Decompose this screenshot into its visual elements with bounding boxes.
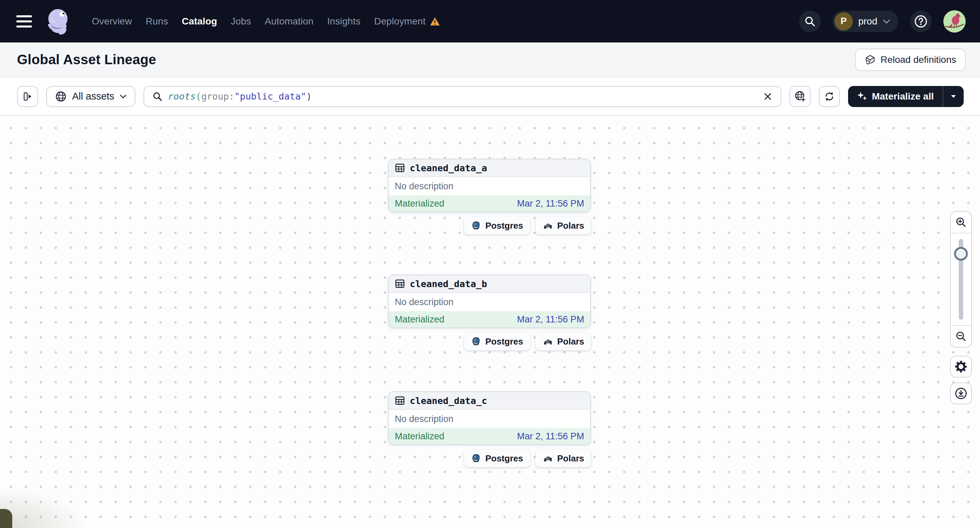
polars-icon xyxy=(542,338,553,346)
table-icon xyxy=(395,395,405,406)
search-icon xyxy=(804,16,816,27)
asset-node-status-row: Materialized Mar 2, 11:56 PM xyxy=(389,195,590,212)
open-left-panel-button[interactable] xyxy=(17,86,38,107)
asset-node-cleaned_data_a[interactable]: cleaned_data_a No description Materializ… xyxy=(388,159,591,212)
materialization-timestamp[interactable]: Mar 2, 11:56 PM xyxy=(517,314,584,325)
tag-polars[interactable]: Polars xyxy=(536,450,591,467)
asset-node-description: No description xyxy=(389,410,590,428)
asset-scope-dropdown[interactable]: All assets xyxy=(46,86,135,107)
deployment-name: prod xyxy=(858,16,877,27)
asset-group: cleaned_data_a No description Materializ… xyxy=(388,159,591,235)
materialize-all-button-group: Materialize all xyxy=(848,86,964,107)
page-title: Global Asset Lineage xyxy=(17,52,156,67)
asset-node-description: No description xyxy=(389,293,590,311)
canvas-corner-artifact xyxy=(0,509,12,528)
tag-polars[interactable]: Polars xyxy=(536,217,591,235)
asset-node-header: cleaned_data_c xyxy=(389,392,590,410)
top-nav-bar: Overview Runs Catalog Jobs Automation In… xyxy=(0,0,980,43)
deployment-warning-icon xyxy=(430,17,440,26)
refresh-icon xyxy=(824,91,835,102)
global-search-button[interactable] xyxy=(799,11,821,32)
asset-node-status-row: Materialized Mar 2, 11:56 PM xyxy=(389,311,590,328)
asset-selection-input[interactable]: roots ( group : "public_data" ) xyxy=(143,86,781,107)
nav-deployment[interactable]: Deployment xyxy=(374,16,440,27)
sparkles-icon xyxy=(857,91,867,101)
tag-postgres[interactable]: Postgres xyxy=(464,333,530,350)
nav-insights[interactable]: Insights xyxy=(327,16,360,27)
question-mark-icon xyxy=(914,14,928,28)
panel-toggle-icon xyxy=(22,91,33,101)
asset-node-header: cleaned_data_b xyxy=(389,275,590,293)
zoom-out-icon xyxy=(955,331,967,342)
menu-icon[interactable] xyxy=(16,15,32,27)
asset-node-cleaned_data_c[interactable]: cleaned_data_c No description Materializ… xyxy=(388,392,591,445)
zoom-in-icon xyxy=(955,216,967,228)
table-icon xyxy=(395,163,405,173)
nav-jobs[interactable]: Jobs xyxy=(231,16,251,27)
asset-node-description: No description xyxy=(389,177,590,195)
nav-automation[interactable]: Automation xyxy=(265,16,314,27)
postgres-icon xyxy=(471,336,481,347)
asset-tags: Postgres Polars xyxy=(388,450,591,467)
view-global-lineage-button[interactable] xyxy=(789,86,811,107)
lineage-canvas[interactable]: cleaned_data_a No description Materializ… xyxy=(0,116,980,528)
asset-node-status-row: Materialized Mar 2, 11:56 PM xyxy=(389,428,590,444)
reload-cube-icon xyxy=(865,54,876,65)
tag-postgres[interactable]: Postgres xyxy=(464,450,530,467)
status-badge: Materialized xyxy=(395,431,444,442)
asset-node-header: cleaned_data_a xyxy=(389,159,590,177)
nav-catalog[interactable]: Catalog xyxy=(181,16,217,27)
clear-search-icon[interactable] xyxy=(763,92,773,101)
zoom-in-button[interactable] xyxy=(951,212,971,233)
materialization-timestamp[interactable]: Mar 2, 11:56 PM xyxy=(517,431,584,442)
zoom-slider-thumb[interactable] xyxy=(954,247,968,261)
status-badge: Materialized xyxy=(395,314,444,325)
nav-runs[interactable]: Runs xyxy=(146,16,168,27)
deployment-initial-badge: P xyxy=(834,12,853,30)
canvas-corner-shadow xyxy=(0,480,102,528)
asset-group: cleaned_data_b No description Materializ… xyxy=(388,274,591,350)
page-header: Global Asset Lineage Reload definitions xyxy=(0,43,980,78)
postgres-icon xyxy=(471,453,481,463)
search-icon xyxy=(152,91,162,101)
lineage-settings-button[interactable] xyxy=(950,356,972,377)
download-icon xyxy=(955,387,967,400)
materialization-timestamp[interactable]: Mar 2, 11:56 PM xyxy=(517,198,584,209)
status-badge: Materialized xyxy=(395,198,444,209)
chevron-down-icon xyxy=(883,19,890,24)
refresh-button[interactable] xyxy=(819,86,840,107)
reload-definitions-button[interactable]: Reload definitions xyxy=(855,49,966,71)
tag-polars[interactable]: Polars xyxy=(536,333,591,350)
chevron-down-icon xyxy=(120,94,127,98)
gear-icon xyxy=(955,360,967,373)
asset-tags: Postgres Polars xyxy=(388,217,591,235)
user-avatar[interactable] xyxy=(943,10,966,33)
asset-group: cleaned_data_c No description Materializ… xyxy=(388,392,591,467)
tag-postgres[interactable]: Postgres xyxy=(464,217,530,235)
asset-tags: Postgres Polars xyxy=(388,333,591,350)
table-icon xyxy=(395,279,405,289)
primary-nav: Overview Runs Catalog Jobs Automation In… xyxy=(92,16,440,27)
nav-overview[interactable]: Overview xyxy=(92,16,132,27)
globe-icon xyxy=(55,91,67,102)
polars-icon xyxy=(542,454,553,462)
zoom-control-panel xyxy=(950,211,972,347)
lineage-toolbar: All assets roots ( group : "public_data"… xyxy=(0,78,980,116)
help-button[interactable] xyxy=(910,11,932,32)
zoom-out-button[interactable] xyxy=(951,325,971,347)
globe-add-icon xyxy=(794,90,806,103)
deployment-switcher[interactable]: P prod xyxy=(832,11,898,32)
asset-selection-query: roots ( group : "public_data" ) xyxy=(168,91,312,101)
dagster-logo-icon[interactable] xyxy=(44,7,73,36)
materialize-all-button[interactable]: Materialize all xyxy=(848,86,943,107)
postgres-icon xyxy=(471,220,481,231)
materialize-options-caret[interactable] xyxy=(943,86,964,107)
polars-icon xyxy=(542,222,553,230)
zoom-slider[interactable] xyxy=(951,233,971,325)
download-image-button[interactable] xyxy=(950,382,972,404)
asset-node-cleaned_data_b[interactable]: cleaned_data_b No description Materializ… xyxy=(388,274,591,328)
